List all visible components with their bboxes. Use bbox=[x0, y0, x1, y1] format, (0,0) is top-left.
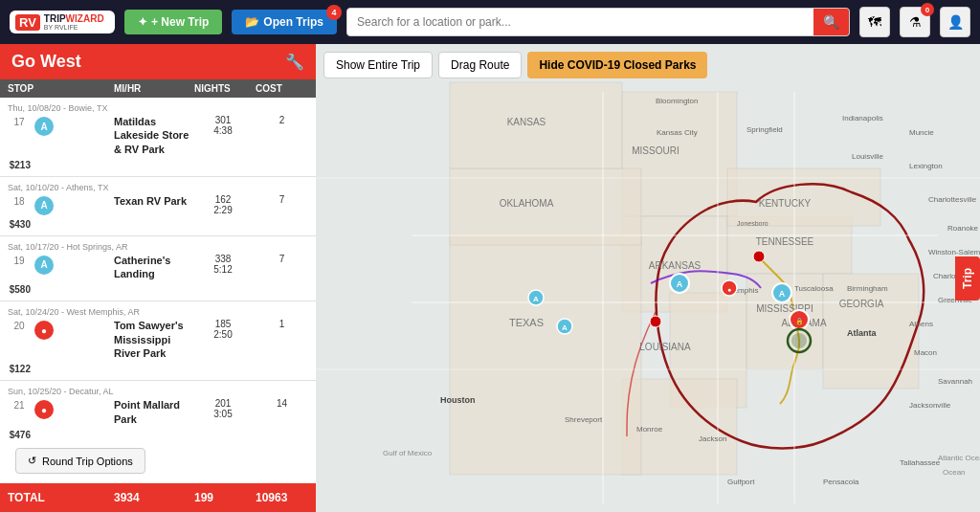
svg-text:Charlottesville: Charlottesville bbox=[928, 195, 977, 204]
svg-text:TEXAS: TEXAS bbox=[509, 317, 544, 328]
map-toolbar: Show Entire Trip Drag Route Hide COVID-1… bbox=[323, 52, 707, 78]
svg-text:TENNESSEE: TENNESSEE bbox=[756, 236, 814, 247]
svg-text:Kansas City: Kansas City bbox=[657, 128, 698, 137]
svg-text:Monroe: Monroe bbox=[636, 425, 663, 434]
stop-name: Catherine's Landing bbox=[114, 254, 190, 281]
search-button[interactable]: 🔍 bbox=[813, 9, 849, 35]
svg-text:🔒: 🔒 bbox=[795, 317, 804, 325]
logo-sub-text: BY RVLIFE bbox=[44, 24, 104, 31]
round-trip-icon: ↺ bbox=[28, 455, 36, 467]
stop-cost: $122 bbox=[8, 364, 31, 374]
stop-nights: 2 bbox=[256, 115, 308, 125]
list-item[interactable]: Sat, 10/10/20 - Athens, TX 18 A Texan RV… bbox=[0, 177, 316, 236]
new-trip-button[interactable]: ✦ + New Trip bbox=[124, 10, 222, 34]
sidebar-title: Go West bbox=[11, 52, 81, 72]
folder-icon: 📂 bbox=[245, 15, 259, 29]
svg-text:GEORGIA: GEORGIA bbox=[839, 299, 884, 309]
svg-text:Lexington: Lexington bbox=[909, 162, 943, 170]
stop-date: Sat, 10/10/20 - Athens, TX bbox=[8, 183, 308, 192]
stop-miles: 301 bbox=[194, 115, 252, 125]
svg-text:Tallahassee: Tallahassee bbox=[900, 458, 941, 467]
open-trips-button[interactable]: 📂 Open Trips 4 bbox=[232, 10, 337, 34]
layers-icon: 🗺 bbox=[868, 14, 881, 30]
stop-number: 18 bbox=[8, 194, 31, 207]
logo-trip-text: TRIPWIZARD bbox=[44, 13, 104, 24]
col-stop: STOP bbox=[8, 83, 31, 94]
stop-nights: 14 bbox=[256, 398, 308, 409]
stop-number: 20 bbox=[8, 319, 31, 331]
svg-rect-13 bbox=[727, 168, 880, 226]
svg-text:Jacksonville: Jacksonville bbox=[909, 401, 951, 410]
user-icon: 👤 bbox=[947, 14, 964, 30]
stop-nights: 7 bbox=[256, 194, 308, 205]
search-bar[interactable]: 🔍 bbox=[346, 8, 850, 36]
list-item[interactable]: Sat, 10/17/20 - Hot Springs, AR 19 A Cat… bbox=[0, 236, 316, 302]
svg-text:Atlanta: Atlanta bbox=[847, 328, 877, 338]
svg-text:Jonesboro: Jonesboro bbox=[737, 220, 768, 227]
user-button[interactable]: 👤 bbox=[940, 7, 970, 37]
svg-text:LOUISIANA: LOUISIANA bbox=[639, 342, 691, 352]
svg-text:Athens: Athens bbox=[909, 320, 933, 328]
stop-miles: 338 bbox=[194, 254, 252, 264]
svg-text:Savannah: Savannah bbox=[938, 377, 972, 386]
col-nights: NIGHTS bbox=[194, 83, 252, 94]
plus-icon: ✦ bbox=[138, 15, 147, 29]
stop-hours: 5:12 bbox=[194, 264, 252, 275]
stop-date: Sat, 10/24/20 - West Memphis, AR bbox=[8, 307, 308, 317]
logo: RV TRIPWIZARD BY RVLIFE bbox=[10, 11, 115, 33]
svg-text:Jackson: Jackson bbox=[699, 434, 726, 443]
stop-cost: $580 bbox=[8, 284, 31, 295]
stop-date: Sat, 10/17/20 - Hot Springs, AR bbox=[8, 242, 308, 252]
svg-point-78 bbox=[650, 316, 661, 327]
totals-label: TOTAL bbox=[8, 491, 110, 504]
filter-icon: ⚗ bbox=[909, 14, 922, 30]
list-item[interactable]: Thu, 10/08/20 - Bowie, TX 17 A Matildas … bbox=[0, 98, 316, 177]
show-entire-trip-button[interactable]: Show Entire Trip bbox=[323, 52, 433, 78]
totals-nights: 199 bbox=[194, 491, 252, 504]
round-trip-label: Round Trip Options bbox=[42, 456, 133, 467]
col-mi-hr: MI/HR bbox=[114, 83, 190, 94]
list-item[interactable]: Sun, 10/25/20 - Decatur, AL 21 ● Point M… bbox=[0, 381, 316, 438]
svg-text:Bloomington: Bloomington bbox=[656, 97, 698, 105]
search-icon: 🔍 bbox=[823, 14, 839, 30]
map-area[interactable]: Show Entire Trip Drag Route Hide COVID-1… bbox=[316, 44, 980, 512]
svg-text:A: A bbox=[562, 323, 568, 332]
stop-name: Texan RV Park bbox=[114, 194, 190, 208]
stop-row: 20 ● Tom Sawyer's Mississippi River Park… bbox=[8, 319, 308, 374]
stop-miles: 201 bbox=[194, 398, 252, 409]
filter-badge: 0 bbox=[921, 3, 934, 16]
map-svg: MISSOURI ARKANSAS TENNESSEE MISSISSIPPI … bbox=[316, 44, 980, 512]
trip-tab[interactable]: Trip bbox=[955, 256, 980, 300]
sidebar-columns-header: STOP MI/HR NIGHTS COST bbox=[0, 79, 316, 98]
search-input[interactable] bbox=[347, 10, 813, 34]
svg-text:ARKANSAS: ARKANSAS bbox=[649, 260, 702, 271]
svg-text:Pensacola: Pensacola bbox=[823, 478, 859, 486]
stop-date: Sun, 10/25/20 - Decatur, AL bbox=[8, 387, 308, 396]
stop-cost: $213 bbox=[8, 160, 31, 170]
svg-text:Birmingham: Birmingham bbox=[847, 284, 888, 293]
list-item[interactable]: Sat, 10/24/20 - West Memphis, AR 20 ● To… bbox=[0, 301, 316, 381]
drag-route-button[interactable]: Drag Route bbox=[438, 52, 522, 78]
stops-list: Thu, 10/08/20 - Bowie, TX 17 A Matildas … bbox=[0, 98, 316, 438]
round-trip-button[interactable]: ↺ Round Trip Options bbox=[15, 448, 145, 474]
stop-nights: 1 bbox=[256, 319, 308, 329]
logo-rv-text: RV bbox=[15, 14, 40, 31]
stop-date: Thu, 10/08/20 - Bowie, TX bbox=[8, 103, 308, 113]
svg-text:Indianapolis: Indianapolis bbox=[842, 114, 883, 122]
svg-text:MISSOURI: MISSOURI bbox=[632, 145, 679, 156]
stop-hours: 2:29 bbox=[194, 205, 252, 215]
svg-text:A: A bbox=[533, 295, 539, 303]
stop-row: 21 ● Point Mallard Park 201 3:05 14 $476 bbox=[8, 398, 308, 438]
layers-button[interactable]: 🗺 bbox=[859, 7, 890, 37]
hide-covid-button[interactable]: Hide COVID-19 Closed Parks bbox=[527, 52, 707, 78]
svg-text:Gulf of Mexico: Gulf of Mexico bbox=[383, 449, 433, 457]
svg-text:Atlantic Ocean: Atlantic Ocean bbox=[938, 454, 980, 462]
stop-cost: $476 bbox=[8, 430, 31, 438]
sidebar-title-bar: Go West 🔧 bbox=[0, 44, 316, 79]
stop-number: 19 bbox=[8, 254, 31, 266]
svg-text:A: A bbox=[677, 279, 683, 289]
stop-row: 18 A Texan RV Park 162 2:29 7 $430 bbox=[8, 194, 308, 230]
totals-cost: 10963 bbox=[256, 491, 308, 504]
settings-icon[interactable]: 🔧 bbox=[285, 53, 304, 71]
filter-button[interactable]: ⚗ 0 bbox=[900, 7, 930, 37]
